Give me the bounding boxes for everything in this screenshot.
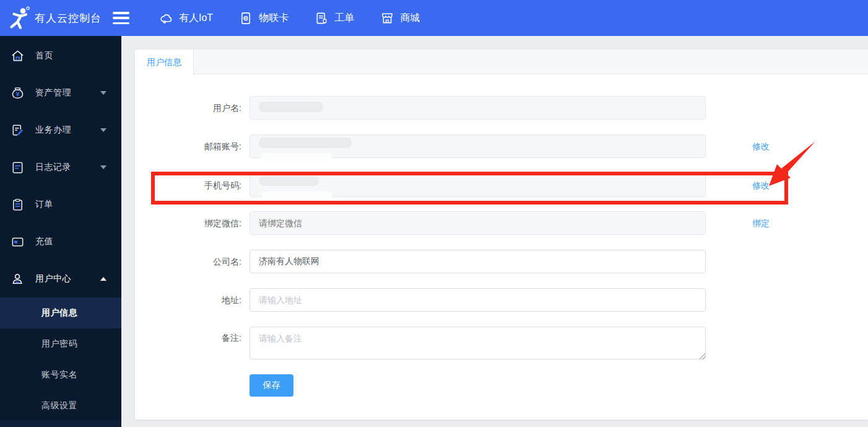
- sidebar-subitem-label: 账号实名: [41, 369, 77, 381]
- sidebar-item-label: 首页: [35, 50, 53, 61]
- remark-label: 备注:: [160, 332, 241, 344]
- sidebar-subitem-label: 用户密码: [41, 338, 77, 350]
- topnav-item-iot[interactable]: 有人IoT: [159, 11, 213, 25]
- sidebar-subitem-label: 用户信息: [41, 307, 77, 319]
- remark-textarea[interactable]: [250, 327, 706, 359]
- topnav-label: 工单: [334, 12, 354, 25]
- topbar: 有人云控制台 有人IoT 物联卡: [0, 0, 868, 36]
- bind-wechat-link[interactable]: 绑定: [752, 217, 770, 229]
- phone-redacted-blur-overlay: [261, 191, 332, 200]
- order-icon: [11, 198, 25, 212]
- chevron-down-icon: [100, 91, 106, 95]
- wechat-field: [250, 211, 706, 235]
- sim-card-icon: [239, 11, 253, 25]
- tab-header: [135, 50, 868, 74]
- user-info-card: 用户信息 用户名: 邮箱账号: 修改 手机号码: 修改 绑定微信: 绑定 公司名…: [135, 50, 868, 420]
- topnav-label: 有人IoT: [179, 12, 213, 25]
- screen: 有人云控制台 有人IoT 物联卡: [0, 0, 868, 427]
- store-icon: [380, 11, 394, 25]
- company-label: 公司名:: [160, 255, 241, 268]
- phone-label: 手机号码:: [160, 179, 241, 191]
- sidebar-item-user-center[interactable]: 用户中心: [0, 260, 121, 297]
- tab-user-info[interactable]: 用户信息: [135, 50, 194, 75]
- usr-person-logo-icon: [6, 6, 31, 30]
- sidebar-subitem-user-info[interactable]: 用户信息: [0, 297, 121, 328]
- log-icon: [11, 161, 25, 175]
- email-label: 邮箱账号:: [160, 140, 241, 152]
- sidebar-item-orders[interactable]: 订单: [0, 186, 121, 223]
- user-icon: [11, 272, 25, 286]
- sidebar-item-label: 订单: [35, 199, 53, 210]
- company-input[interactable]: [250, 250, 706, 273]
- sidebar-subitem-label: 高级设置: [41, 400, 77, 412]
- recharge-icon: [11, 235, 25, 249]
- sidebar-item-label: 业务办理: [35, 125, 71, 136]
- topnav-item-work-order[interactable]: 工单: [315, 11, 354, 25]
- email-redacted-blur: [259, 138, 352, 148]
- sidebar-item-assets[interactable]: 资产管理: [0, 74, 121, 112]
- sidebar-item-label: 用户中心: [35, 273, 71, 284]
- menu-toggle-icon[interactable]: [113, 12, 129, 24]
- cloud-icon: [159, 11, 173, 25]
- topnav-label: 商城: [400, 12, 420, 25]
- sidebar-subitem-real-name[interactable]: 账号实名: [0, 359, 121, 390]
- address-label: 地址:: [160, 294, 241, 306]
- chevron-down-icon: [100, 128, 106, 132]
- chevron-up-icon: [100, 277, 106, 281]
- brand-name: 有人云控制台: [35, 11, 102, 25]
- brand: 有人云控制台: [0, 6, 129, 30]
- sidebar-item-label: 资产管理: [35, 87, 71, 99]
- sidebar-item-label: 充值: [35, 236, 53, 247]
- topnav-item-sim-card[interactable]: 物联卡: [239, 11, 289, 25]
- modify-phone-link[interactable]: 修改: [752, 179, 770, 191]
- work-order-icon: [315, 11, 329, 25]
- wechat-label: 绑定微信:: [160, 217, 241, 229]
- topnav-label: 物联卡: [259, 12, 289, 25]
- modify-email-link[interactable]: 修改: [752, 140, 770, 152]
- topnav-item-store[interactable]: 商城: [380, 11, 420, 25]
- phone-redacted-blur: [259, 176, 319, 186]
- email-redacted-blur-overlay: [261, 153, 332, 161]
- sidebar-item-recharge[interactable]: 充值: [0, 223, 121, 260]
- sidebar-item-logs[interactable]: 日志记录: [0, 149, 121, 186]
- business-icon: [11, 123, 25, 138]
- sidebar-item-home[interactable]: 首页: [0, 37, 121, 74]
- sidebar-item-label: 日志记录: [35, 162, 71, 173]
- address-input[interactable]: [250, 288, 706, 312]
- home-icon: [11, 49, 25, 63]
- sidebar-subitem-advanced-settings[interactable]: 高级设置: [0, 390, 121, 421]
- username-redacted-blur: [259, 102, 323, 112]
- asset-icon: [11, 86, 25, 100]
- username-label: 用户名:: [160, 102, 241, 114]
- sidebar-bottom-strip: [0, 420, 121, 427]
- sidebar-subitem-user-password[interactable]: 用户密码: [0, 328, 121, 359]
- chevron-down-icon: [100, 165, 106, 169]
- sidebar: 首页 资产管理 业务办理 日志记录: [0, 36, 121, 427]
- textarea-resize-handle-icon[interactable]: [700, 353, 706, 359]
- save-button[interactable]: 保存: [250, 374, 293, 397]
- top-navigation: 有人IoT 物联卡 工单: [159, 11, 420, 25]
- sidebar-item-business[interactable]: 业务办理: [0, 112, 121, 149]
